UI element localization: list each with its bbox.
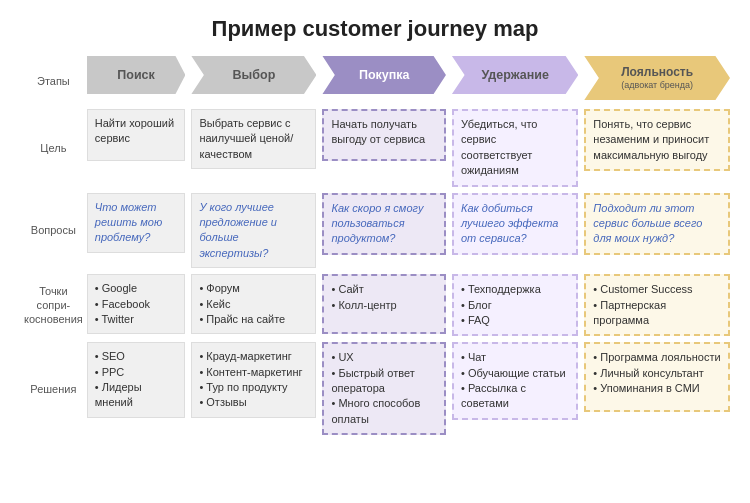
stage-uderzhanie: Удержание — [449, 56, 581, 106]
goal-row: Цель Найти хороший сервис Выбрать сервис… — [20, 106, 730, 190]
goal-pokupka: Начать получать выгоду от сервиса — [319, 106, 448, 190]
goal-vybor: Выбрать сервис с наилучшей ценой/качеств… — [188, 106, 319, 190]
row-label-goal: Цель — [20, 106, 87, 190]
sol-loyalnost: Программа лояльности Личный консультант … — [581, 339, 730, 438]
row-label-stages: Этапы — [20, 56, 87, 106]
stage-row: Этапы Поиск Выбор Покупка Удержание Лоял… — [20, 56, 730, 106]
q-poisk: Что может решить мою проблему? — [87, 190, 189, 272]
tp-vybor: Форум Кейс Прайс на сайте — [188, 271, 319, 339]
sol-vybor: Крауд-маркетинг Контент-маркетинг Тур по… — [188, 339, 319, 438]
q-uderzhanie: Как добиться лучшего эффекта от сервиса? — [449, 190, 581, 272]
row-label-solutions: Решения — [20, 339, 87, 438]
sol-poisk: SEO PPC Лидеры мнений — [87, 339, 189, 438]
stage-vybor: Выбор — [188, 56, 319, 106]
page-title: Пример customer journey map — [20, 16, 730, 42]
stage-arrow-vybor: Выбор — [191, 56, 316, 94]
tp-pokupka: Сайт Колл-центр — [319, 271, 448, 339]
solutions-row: Решения SEO PPC Лидеры мнений Крауд-марк… — [20, 339, 730, 438]
journey-map-table: Этапы Поиск Выбор Покупка Удержание Лоял… — [20, 56, 730, 438]
sol-uderzhanie: Чат Обучающие статьи Рассылка с советами — [449, 339, 581, 438]
stage-arrow-uderzhanie: Удержание — [452, 56, 578, 94]
goal-poisk: Найти хороший сервис — [87, 106, 189, 190]
stage-arrow-loyalnost: Лояльность (адвокат бренда) — [584, 56, 730, 100]
sol-pokupka: UX Быстрый ответ оператора Много способо… — [319, 339, 448, 438]
stage-loyalnost: Лояльность (адвокат бренда) — [581, 56, 730, 106]
touchpoints-row: Точки сопри-косновения Google Facebook T… — [20, 271, 730, 339]
stage-arrow-pokupka: Покупка — [322, 56, 445, 94]
stage-pokupka: Покупка — [319, 56, 448, 106]
tp-uderzhanie: Техподдержка Блог FAQ — [449, 271, 581, 339]
questions-row: Вопросы Что может решить мою проблему? У… — [20, 190, 730, 272]
q-loyalnost: Подходит ли этот сервис больше всего для… — [581, 190, 730, 272]
row-label-touchpoints: Точки сопри-косновения — [20, 271, 87, 339]
row-label-questions: Вопросы — [20, 190, 87, 272]
stage-poisk: Поиск — [87, 56, 189, 106]
goal-loyalnost: Понять, что сервис незаменим и приносит … — [581, 106, 730, 190]
tp-poisk: Google Facebook Twitter — [87, 271, 189, 339]
goal-uderzhanie: Убедиться, что сервис соответствует ожид… — [449, 106, 581, 190]
tp-loyalnost: Customer Success Партнерская программа — [581, 271, 730, 339]
q-pokupka: Как скоро я смогу пользоваться продуктом… — [319, 190, 448, 272]
stage-arrow-poisk: Поиск — [87, 56, 186, 94]
q-vybor: У кого лучшее предложение и больше экспе… — [188, 190, 319, 272]
